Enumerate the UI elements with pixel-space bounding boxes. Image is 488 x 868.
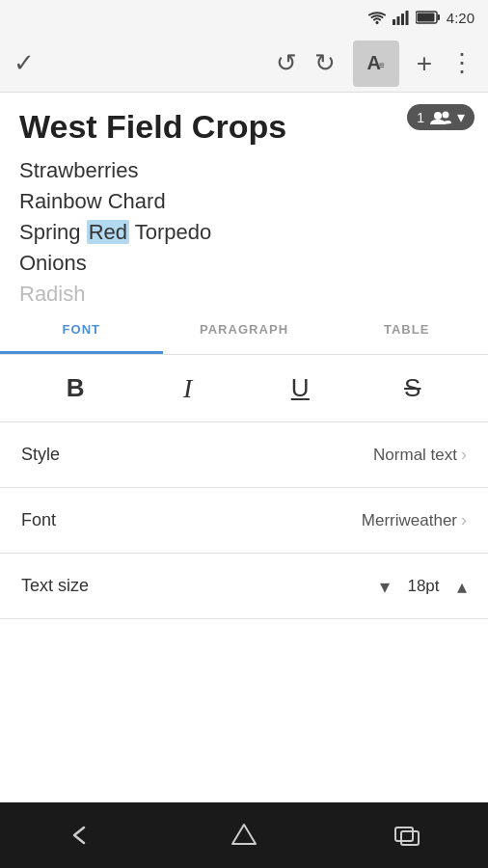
undo-button[interactable]: ↺: [276, 48, 297, 78]
recents-icon: [393, 824, 420, 847]
svg-rect-4: [405, 11, 408, 25]
svg-rect-2: [396, 16, 399, 25]
text-size-row: Text size ▾ 18pt ▴: [0, 554, 488, 619]
highlighted-text: Red: [87, 220, 129, 244]
toolbar-left: ✓: [14, 48, 35, 78]
font-value: Merriweather: [362, 511, 457, 530]
document-title[interactable]: West Field Crops: [19, 108, 469, 146]
redo-button[interactable]: ↻: [314, 48, 336, 78]
home-icon: [230, 823, 258, 848]
tab-font[interactable]: FONT: [0, 305, 163, 354]
status-icons: 4:20: [367, 10, 474, 26]
collab-chevron-icon: ▾: [457, 108, 465, 126]
collaborators-icon: [430, 110, 451, 125]
line-strawberries: Strawberries: [19, 158, 138, 182]
text-size-controls: ▾ 18pt ▴: [380, 575, 467, 598]
font-chevron-icon: ›: [461, 510, 467, 530]
font-value-group: Merriweather ›: [362, 510, 467, 530]
line-rainbow-chard: Rainbow Chard: [19, 189, 166, 213]
line-onions: Onions: [19, 251, 87, 275]
toolbar-right: ↺ ↻ A ≡ + ⋮: [276, 41, 474, 87]
battery-icon: [416, 11, 441, 24]
more-button[interactable]: ⋮: [449, 48, 474, 78]
style-row[interactable]: Style Normal text ›: [0, 422, 488, 488]
font-label: Font: [21, 510, 56, 530]
line-spring: Spring: [19, 220, 87, 244]
add-button[interactable]: +: [417, 48, 432, 79]
underline-button[interactable]: U: [277, 366, 323, 412]
line-radish: Radish: [19, 282, 85, 305]
nav-home-button[interactable]: [215, 811, 273, 859]
format-tabs: FONT PARAGRAPH TABLE: [0, 305, 488, 355]
bold-button[interactable]: B: [52, 366, 98, 412]
text-size-up-button[interactable]: ▴: [457, 575, 467, 598]
collaborators-badge[interactable]: 1 ▾: [407, 104, 474, 130]
style-label: Style: [21, 445, 60, 465]
format-buttons-row: B I U S: [0, 355, 488, 422]
nav-recents-button[interactable]: [378, 811, 436, 859]
font-row[interactable]: Font Merriweather ›: [0, 488, 488, 554]
status-bar: 4:20: [0, 0, 488, 35]
svg-point-9: [443, 111, 449, 118]
svg-rect-6: [437, 14, 440, 20]
format-text-button[interactable]: A ≡: [353, 41, 399, 87]
signal-icon: [393, 10, 410, 25]
document-area: West Field Crops Strawberries Rainbow Ch…: [0, 93, 488, 305]
svg-rect-12: [401, 831, 419, 845]
style-chevron-icon: ›: [461, 445, 467, 465]
bottom-nav: [0, 802, 488, 868]
text-size-value: 18pt: [405, 577, 442, 596]
svg-marker-10: [232, 825, 256, 844]
status-time: 4:20: [447, 10, 474, 26]
collab-count: 1: [417, 110, 424, 125]
svg-point-0: [375, 21, 378, 24]
tab-table[interactable]: TABLE: [325, 305, 488, 354]
toolbar: ✓ ↺ ↻ A ≡ + ⋮: [0, 35, 488, 93]
nav-back-button[interactable]: [52, 811, 110, 859]
text-size-label: Text size: [21, 576, 89, 596]
wifi-icon: [367, 10, 387, 25]
check-button[interactable]: ✓: [14, 48, 35, 78]
tab-paragraph[interactable]: PARAGRAPH: [163, 305, 326, 354]
line-torpedo: Torpedo: [129, 220, 211, 244]
style-value-group: Normal text ›: [373, 445, 467, 465]
text-size-down-button[interactable]: ▾: [380, 575, 390, 598]
style-value: Normal text: [373, 446, 457, 465]
italic-button[interactable]: I: [165, 366, 211, 412]
svg-rect-3: [401, 14, 404, 25]
svg-rect-7: [417, 14, 434, 22]
svg-rect-1: [393, 19, 395, 25]
svg-rect-11: [395, 827, 413, 841]
back-icon: [67, 824, 95, 847]
svg-point-8: [434, 112, 442, 120]
strikethrough-button[interactable]: S: [390, 366, 436, 412]
document-content: Strawberries Rainbow Chard Spring Red To…: [19, 155, 469, 305]
